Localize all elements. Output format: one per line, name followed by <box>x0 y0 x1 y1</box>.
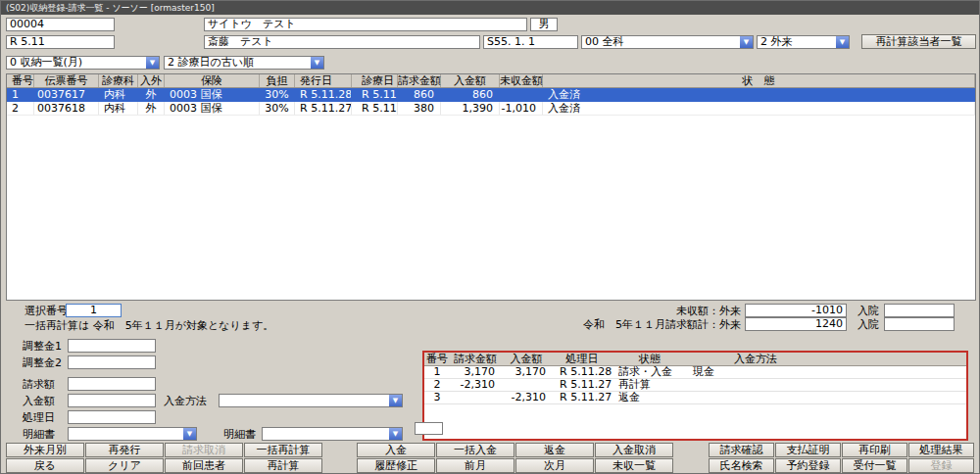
patient-sex-field: 男 <box>530 18 558 31</box>
process-date-field[interactable] <box>68 410 156 424</box>
cell: 0003 国保 <box>165 88 260 101</box>
billing-confirm-button[interactable]: 請求確認 <box>709 443 774 457</box>
statement-select-2[interactable]: ▼ <box>262 427 403 441</box>
column-header: 未収金額 <box>500 74 543 87</box>
sort-order-select[interactable]: 2 診療日の古い順 ▼ <box>164 56 324 70</box>
cell: 内科 <box>99 102 138 115</box>
next-month-button[interactable]: 次月 <box>515 458 594 473</box>
cell <box>824 366 966 378</box>
column-header: 負担 <box>260 74 295 87</box>
recalc-button[interactable]: 再計算 <box>244 458 322 473</box>
billed-amount-field[interactable] <box>68 377 156 391</box>
payment-history-panel: 番号 請求金額 入金額 処理日 状態 入金方法 1 3,170 3,170 R … <box>422 351 968 441</box>
process-result-button[interactable]: 処理結果 <box>908 443 974 457</box>
visit-type-select-value: 2 外来 <box>758 36 836 48</box>
register-button[interactable]: 登録 <box>908 458 974 473</box>
selection-number-field[interactable]: 1 <box>66 304 122 317</box>
history-edit-button[interactable]: 履歴修正 <box>357 458 435 473</box>
list-item[interactable]: 1 3,170 3,170 R 5.11.28 請求・入金 現金 <box>424 366 966 379</box>
payment-method-select[interactable]: ▼ <box>219 394 403 407</box>
clear-button[interactable]: クリア <box>85 458 164 473</box>
batch-recalc-button[interactable]: 一括再計算 <box>244 443 322 457</box>
cell: 請求・入金 <box>612 366 687 378</box>
chevron-down-icon[interactable]: ▼ <box>389 428 402 440</box>
deposit-amount-field[interactable] <box>68 394 156 407</box>
cell: 入金済 <box>543 88 975 101</box>
deposit-cancel-button[interactable]: 入金取消 <box>595 443 673 457</box>
column-header: 請求金額 <box>398 74 441 87</box>
column-header: 入金額 <box>501 353 552 365</box>
outpatient-monthly-button[interactable]: 外来月別 <box>6 443 84 457</box>
unpaid-inpatient-field <box>884 304 955 317</box>
billed-amount-label: 請求額 <box>23 378 55 392</box>
cell: 0003 国保 <box>165 102 260 115</box>
column-header: 処理日 <box>552 353 612 365</box>
payment-method-label: 入金方法 <box>164 395 207 408</box>
cell: 入金済 <box>543 102 975 115</box>
table-row-selected[interactable]: 1 0037617 内科 外 0003 国保 30% R 5.11.28 R 5… <box>7 88 975 102</box>
unpaid-list-button[interactable]: 未収一覧 <box>595 458 673 473</box>
refund-button[interactable]: 返金 <box>515 443 594 457</box>
cell: -2,310 <box>501 392 552 403</box>
list-mode-select-value: 0 収納一覧(月) <box>7 57 146 69</box>
cell <box>824 379 966 391</box>
chevron-down-icon[interactable]: ▼ <box>311 57 323 69</box>
monthly-inpatient-field <box>884 317 955 331</box>
cell: R 5.11.28 <box>295 88 352 101</box>
column-header: 番号 <box>424 353 450 365</box>
chevron-down-icon[interactable]: ▼ <box>389 395 402 406</box>
column-header: 診療日 <box>352 74 398 87</box>
cell: 860 <box>441 88 500 101</box>
cell <box>687 392 824 403</box>
column-header: 状 態 <box>543 74 975 87</box>
deposit-button[interactable]: 入金 <box>357 443 435 457</box>
list-mode-select[interactable]: 0 収納一覧(月) ▼ <box>6 56 160 70</box>
cell: R 5.11.27 <box>552 392 612 403</box>
cell: 外 <box>138 102 165 115</box>
chevron-down-icon[interactable]: ▼ <box>836 36 849 48</box>
list-item[interactable]: 2 -2,310 R 5.11.27 再計算 <box>424 379 966 392</box>
column-header: 入外 <box>138 74 165 87</box>
reception-list-button[interactable]: 受付一覧 <box>842 458 907 473</box>
reservation-register-button[interactable]: 予約登録 <box>775 458 841 473</box>
previous-patient-button[interactable]: 前回患者 <box>165 458 243 473</box>
patient-kana-field[interactable]: サイトウ テスト <box>204 18 527 31</box>
batch-deposit-button[interactable]: 一括入金 <box>436 443 514 457</box>
chevron-down-icon[interactable]: ▼ <box>740 36 753 48</box>
reissue-button[interactable]: 再発行 <box>85 443 164 457</box>
billing-month-field[interactable]: R 5.11 <box>6 35 115 49</box>
adjust1-field[interactable] <box>68 339 156 353</box>
cell <box>687 379 824 391</box>
prev-month-button[interactable]: 前月 <box>436 458 514 473</box>
titlebar: (S02)収納登録-請求一覧 - ソーソー [ormaster150] <box>1 1 979 15</box>
patient-name-field[interactable]: 斎藤 テスト <box>204 35 480 49</box>
column-header: 請求金額 <box>450 353 501 365</box>
statement-select[interactable]: ▼ <box>68 427 197 441</box>
back-button[interactable]: 戻る <box>6 458 84 473</box>
deposit-amount-label: 入金額 <box>23 395 55 408</box>
reprint-button[interactable]: 再印刷 <box>842 443 907 457</box>
cell: 3,170 <box>450 366 501 378</box>
recalc-target-list-button[interactable]: 再計算該当者一覧 <box>861 34 976 49</box>
chevron-down-icon[interactable]: ▼ <box>146 57 159 69</box>
payment-history-header: 番号 請求金額 入金額 処理日 状態 入金方法 <box>424 353 966 366</box>
billing-cancel-button[interactable]: 請求取消 <box>165 443 243 457</box>
patient-id-field[interactable]: 00004 <box>6 18 115 31</box>
cell: 3,170 <box>501 366 552 378</box>
small-blank-field[interactable] <box>415 422 443 435</box>
payment-method-select-value <box>220 395 389 406</box>
cell: R 5.11.28 <box>552 366 612 378</box>
adjust2-field[interactable] <box>68 356 156 369</box>
cell <box>501 379 552 391</box>
cell <box>450 392 501 403</box>
name-search-button[interactable]: 氏名検索 <box>709 458 774 473</box>
cell: 3 <box>424 392 450 403</box>
list-item[interactable]: 3 -2,310 R 5.11.27 返金 <box>424 392 966 404</box>
visit-type-select[interactable]: 2 外来 ▼ <box>757 35 850 49</box>
cell: 30% <box>260 88 295 101</box>
department-select[interactable]: 00 全科 ▼ <box>581 35 754 49</box>
billing-table-body: 1 0037617 内科 外 0003 国保 30% R 5.11.28 R 5… <box>7 88 975 116</box>
payment-certificate-button[interactable]: 支払証明 <box>775 443 841 457</box>
chevron-down-icon[interactable]: ▼ <box>183 428 196 440</box>
table-row[interactable]: 2 0037618 内科 外 0003 国保 30% R 5.11.27 R 5… <box>7 102 975 116</box>
